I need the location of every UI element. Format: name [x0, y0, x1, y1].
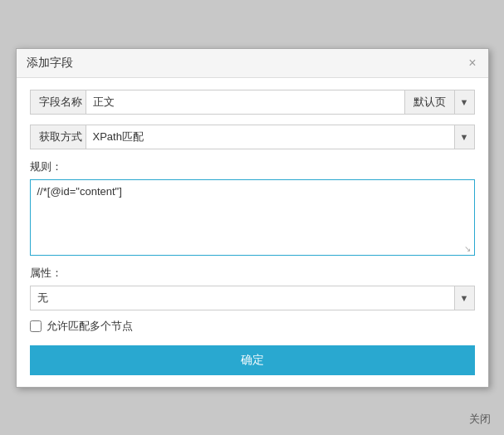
fetch-method-dropdown-arrow[interactable]: ▼ [455, 125, 475, 149]
allow-multiple-checkbox[interactable] [30, 320, 42, 332]
field-name-label: 字段名称 [30, 90, 86, 115]
dialog-body: 字段名称 默认页 ▼ 获取方式 XPath匹配 ▼ 规则： ↘ 属性： 无 [17, 78, 488, 387]
checkbox-label: 允许匹配多个节点 [46, 319, 133, 334]
fetch-method-label: 获取方式 [30, 125, 86, 149]
dialog-title: 添加字段 [27, 56, 73, 71]
field-name-row: 字段名称 默认页 ▼ [30, 90, 475, 115]
field-name-input[interactable] [86, 90, 405, 115]
default-page-button[interactable]: 默认页 [405, 90, 455, 115]
fetch-method-row: 获取方式 XPath匹配 ▼ [30, 125, 475, 149]
checkbox-row: 允许匹配多个节点 [30, 319, 475, 334]
fetch-method-value[interactable]: XPath匹配 [86, 125, 455, 149]
resize-handle[interactable]: ↘ [464, 245, 472, 253]
rules-textarea[interactable] [31, 180, 474, 255]
attribute-label: 属性： [30, 266, 475, 281]
confirm-button[interactable]: 确定 [30, 345, 475, 375]
attribute-section: 属性： 无 ▼ [30, 266, 475, 310]
attribute-select-row: 无 ▼ [30, 286, 475, 310]
close-button[interactable]: × [467, 56, 477, 70]
attribute-dropdown-arrow[interactable]: ▼ [455, 286, 475, 310]
bottom-close-link[interactable]: 关闭 [469, 412, 491, 427]
field-name-dropdown-arrow[interactable]: ▼ [455, 90, 475, 115]
dialog-header: 添加字段 × [17, 49, 488, 78]
chevron-down-icon: ▼ [460, 293, 469, 303]
attribute-value[interactable]: 无 [30, 286, 455, 310]
chevron-down-icon: ▼ [460, 97, 469, 107]
chevron-down-icon: ▼ [460, 132, 469, 142]
rules-textarea-wrapper: ↘ [30, 179, 475, 256]
dialog: 添加字段 × 字段名称 默认页 ▼ 获取方式 XPath匹配 ▼ 规则： ↘ [16, 48, 489, 388]
rules-label: 规则： [30, 159, 475, 174]
